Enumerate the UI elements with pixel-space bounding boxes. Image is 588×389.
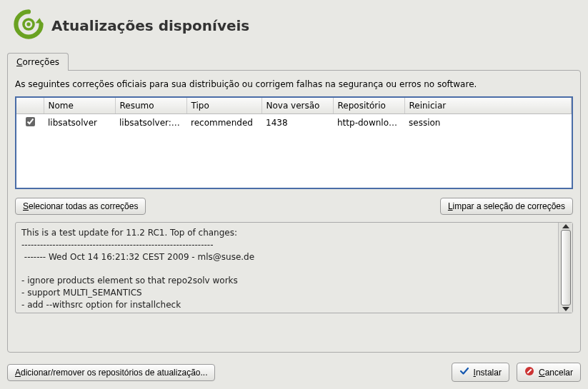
scroll-up-icon[interactable] [562,224,569,228]
details-panel: This is a test update for 11.2 RC1. Top … [15,222,573,313]
col-header-type[interactable]: Tipo [186,98,261,114]
cancel-icon [524,366,534,378]
table-header-row: Nome Resumo Tipo Nova versão Repositório… [16,98,572,114]
col-header-repo[interactable]: Repositório [333,98,404,114]
updates-table: Nome Resumo Tipo Nova versão Repositório… [16,98,572,132]
svg-point-2 [26,22,30,26]
col-header-newversion[interactable]: Nova versão [261,98,333,114]
details-text: This is a test update for 11.2 RC1. Top … [16,223,558,313]
add-remove-repos-button[interactable]: Adicionar/remover os repositórios de atu… [7,364,215,381]
tab-content: As seguintes correções oficiais para sua… [7,70,581,353]
select-all-button[interactable]: Selecionar todas as correções [15,198,146,215]
cancel-button[interactable]: Cancelar [517,363,581,382]
selection-buttons-row: Selecionar todas as correções Limpar a s… [15,198,573,215]
updates-table-wrap: Nome Resumo Tipo Nova versão Repositório… [15,96,573,189]
cell-newversion: 1438 [261,114,333,132]
window-root: Atualizações disponíveis Correções As se… [0,0,588,389]
row-checkbox-cell [16,114,44,132]
col-header-restart[interactable]: Reiniciar [404,98,572,114]
cell-restart: session [404,114,572,132]
col-header-check[interactable] [16,98,44,114]
install-button[interactable]: Instalar [452,363,509,382]
check-icon [459,366,469,378]
header: Atualizações disponíveis [7,9,581,42]
cell-repo: http-download… [333,114,404,132]
tab-corrections[interactable]: Correções [7,53,69,71]
footer-right: Instalar Cancelar [452,363,581,382]
cell-name: libsatsolver [44,114,115,132]
col-header-summary[interactable]: Resumo [115,98,186,114]
description-text: As seguintes correções oficiais para sua… [15,79,573,89]
cell-type: recommended [186,114,261,132]
scroll-thumb[interactable] [561,230,571,305]
table-row[interactable]: libsatsolver libsatsolver: … recommended… [16,114,572,132]
footer: Adicionar/remover os repositórios de atu… [7,353,581,382]
row-checkbox[interactable] [26,117,35,126]
clear-selection-button[interactable]: Limpar a seleção de correções [440,198,573,215]
page-title: Atualizações disponíveis [51,17,249,34]
opensuse-logo-icon [13,9,44,42]
col-header-name[interactable]: Nome [44,98,115,114]
scroll-down-icon[interactable] [562,307,569,311]
tab-strip: Correções [7,52,581,70]
scrollbar[interactable] [558,223,572,313]
cell-summary: libsatsolver: … [115,114,186,132]
